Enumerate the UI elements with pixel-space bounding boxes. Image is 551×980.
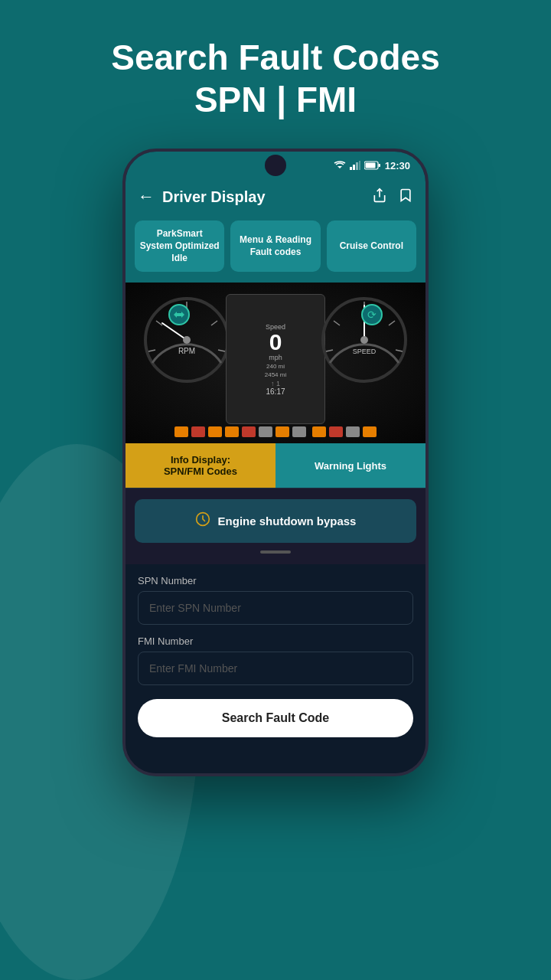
odometer1: 240 mi — [266, 363, 285, 370]
dashboard-time: 16:17 — [266, 387, 285, 396]
spn-input[interactable] — [138, 591, 413, 625]
svg-text:⟳: ⟳ — [367, 309, 377, 321]
engine-indicator-left — [168, 304, 191, 330]
svg-line-11 — [156, 321, 162, 325]
fmi-input[interactable] — [138, 652, 413, 685]
speed-value: 0 — [269, 331, 282, 354]
svg-line-23 — [326, 350, 333, 351]
svg-line-14 — [218, 350, 225, 351]
tab-warning-lights[interactable]: Warning Lights — [276, 443, 425, 488]
status-time: 12:30 — [385, 160, 410, 172]
svg-text:RPM: RPM — [178, 347, 195, 355]
quick-btn-cruise[interactable]: Cruise Control — [327, 220, 416, 272]
svg-line-13 — [148, 350, 155, 351]
svg-point-17 — [183, 336, 191, 344]
svg-rect-6 — [378, 164, 380, 167]
camera-notch — [265, 155, 286, 176]
dashboard-area: RPM Speed 0 mph 240 mi 2454 mi ↑ 1 — [126, 283, 425, 443]
svg-line-24 — [396, 350, 403, 351]
warning-icons-row — [174, 426, 377, 437]
svg-rect-2 — [353, 165, 355, 170]
svg-rect-3 — [356, 162, 358, 170]
center-display: Speed 0 mph 240 mi 2454 mi ↑ 1 16:17 — [226, 294, 325, 424]
gear-label: ↑ 1 — [271, 380, 280, 387]
status-bar: 12:30 — [126, 152, 425, 179]
speed-unit: mph — [269, 354, 282, 361]
odometer2: 2454 mi — [265, 371, 286, 378]
status-icons: 12:30 — [334, 160, 410, 172]
bookmark-icon[interactable] — [398, 188, 413, 207]
search-button[interactable]: Search Fault Code — [138, 699, 413, 737]
bypass-button[interactable]: Engine shutdown bypass — [135, 499, 416, 543]
share-icon[interactable] — [372, 188, 387, 207]
dashboard-bg: RPM Speed 0 mph 240 mi 2454 mi ↑ 1 — [126, 283, 425, 443]
svg-rect-4 — [359, 161, 360, 170]
spn-label: SPN Number — [138, 575, 413, 586]
app-title: Driver Display — [162, 188, 364, 206]
quick-btn-parksmart[interactable]: ParkSmart System Optimized Idle — [135, 220, 224, 272]
svg-line-21 — [334, 321, 340, 325]
tab-spn-fmi[interactable]: Info Display: SPN/FMI Codes — [126, 443, 276, 488]
back-button[interactable]: ← — [138, 187, 155, 207]
svg-text:SPEED: SPEED — [353, 348, 377, 355]
app-bar-actions — [372, 188, 413, 207]
svg-line-22 — [389, 321, 395, 325]
wifi-icon — [334, 161, 346, 170]
svg-line-12 — [211, 321, 217, 325]
drag-indicator — [260, 550, 291, 554]
svg-point-27 — [360, 336, 368, 344]
bypass-icon — [195, 511, 210, 531]
svg-marker-0 — [337, 166, 342, 168]
engine-indicator-right: ⟳ — [360, 304, 383, 330]
signal-icon — [350, 161, 360, 170]
phone-mockup: 12:30 ← Driver Display ParkSmart System … — [122, 149, 429, 776]
app-bar: ← Driver Display — [126, 179, 425, 214]
quick-btn-menu[interactable]: Menu & Reading Fault codes — [230, 220, 320, 272]
bypass-label: Engine shutdown bypass — [218, 514, 357, 528]
hero-title: Search Fault Codes SPN | FMI — [80, 0, 470, 149]
form-area: SPN Number FMI Number Search Fault Code — [126, 564, 425, 773]
fmi-label: FMI Number — [138, 635, 413, 647]
quick-actions: ParkSmart System Optimized Idle Menu & R… — [126, 214, 425, 283]
svg-rect-7 — [365, 163, 375, 168]
tab-row: Info Display: SPN/FMI Codes Warning Ligh… — [126, 443, 425, 488]
svg-rect-1 — [350, 167, 352, 170]
battery-icon — [364, 161, 381, 170]
